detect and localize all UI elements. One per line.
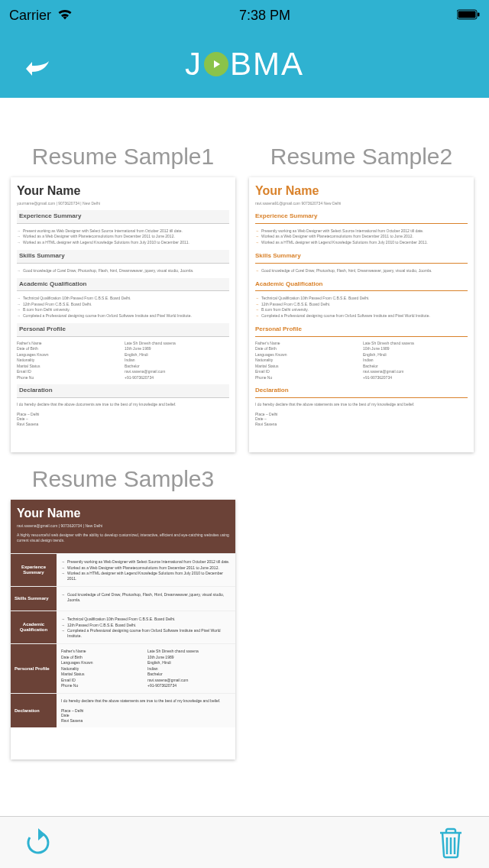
template-grid[interactable]: Resume Sample1 Your Name yourname@gmail.…: [0, 98, 489, 816]
svg-rect-2: [478, 12, 480, 16]
logo-text-pre: J: [185, 46, 202, 83]
resume-preview: Your Name ravi.saxena91@gmail.com 907362…: [249, 177, 474, 452]
resume-preview: Your Name ravi.saxena@gmail.com | 907362…: [11, 500, 235, 760]
resume-preview: Your Name yourname@gmail.com | 907362073…: [11, 177, 235, 452]
refresh-icon: [24, 828, 53, 857]
svg-rect-1: [458, 11, 476, 18]
clock: 7:38 PM: [239, 8, 290, 24]
card-title: Resume Sample1: [11, 144, 235, 170]
battery-icon: [457, 8, 480, 24]
status-bar: Carrier 7:38 PM: [0, 0, 489, 31]
logo-text-post: BMA: [230, 46, 304, 83]
back-arrow-icon: [24, 58, 52, 79]
card-title: Resume Sample2: [249, 144, 474, 170]
carrier-label: Carrier: [9, 8, 51, 24]
wifi-icon: [57, 8, 73, 24]
nav-bar: J BMA: [0, 31, 489, 98]
play-icon: [204, 52, 228, 76]
bottom-toolbar: [0, 816, 489, 868]
resume-card-1[interactable]: Resume Sample1 Your Name yourname@gmail.…: [11, 144, 235, 452]
app-logo: J BMA: [185, 46, 304, 83]
back-button[interactable]: [23, 53, 53, 84]
refresh-button[interactable]: [21, 826, 55, 860]
card-title: Resume Sample3: [11, 466, 235, 492]
trash-icon: [437, 827, 465, 859]
resume-card-3[interactable]: Resume Sample3 Your Name ravi.saxena@gma…: [11, 466, 235, 760]
delete-button[interactable]: [434, 826, 468, 860]
resume-card-2[interactable]: Resume Sample2 Your Name ravi.saxena91@g…: [249, 144, 474, 452]
